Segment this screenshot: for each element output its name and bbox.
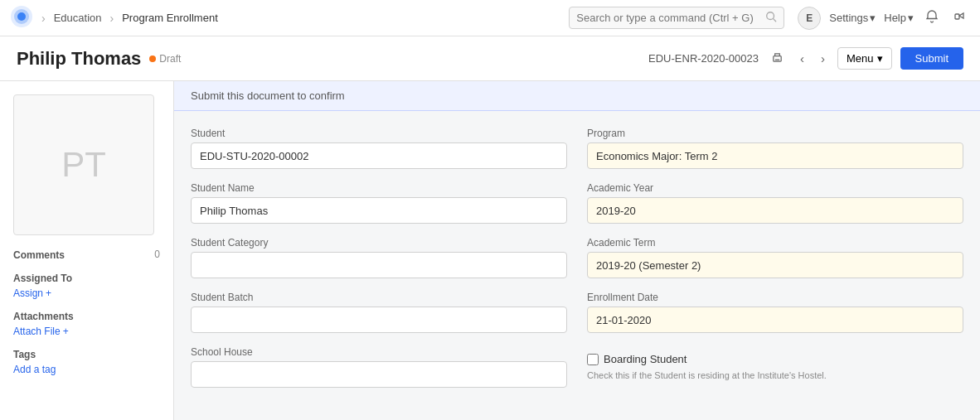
program-input[interactable] bbox=[587, 142, 963, 169]
form-container: Student Program Student Name Academic Ye… bbox=[174, 111, 980, 404]
boarding-student-hint: Check this if the Student is residing at… bbox=[587, 370, 963, 380]
academic-term-field-group: Academic Term bbox=[587, 237, 963, 278]
program-field-group: Program bbox=[587, 128, 963, 169]
enrollment-date-field-group: Enrollment Date bbox=[587, 292, 963, 333]
search-bar[interactable] bbox=[569, 7, 784, 29]
nav-actions: E Settings ▾ Help ▾ bbox=[798, 7, 970, 30]
student-name-label: Student Name bbox=[191, 182, 567, 194]
student-name-field-group: Student Name bbox=[191, 182, 567, 224]
status-label: Draft bbox=[159, 53, 181, 65]
comments-label: Comments bbox=[13, 249, 65, 261]
student-field-group: Student bbox=[191, 128, 567, 169]
boarding-student-checkbox-row: Boarding Student bbox=[587, 353, 963, 365]
avatar-initials: PT bbox=[61, 145, 106, 185]
attach-file-link[interactable]: Attach File + bbox=[13, 326, 160, 337]
assigned-to-section: Assigned To Assign + bbox=[13, 273, 160, 299]
prev-record-icon[interactable]: ‹ bbox=[796, 49, 808, 68]
submit-banner: Submit this document to confirm bbox=[174, 81, 980, 111]
boarding-student-field-group: Boarding Student Check this if the Stude… bbox=[587, 346, 963, 388]
svg-line-4 bbox=[774, 19, 776, 22]
breadcrumb-separator-1: › bbox=[41, 12, 46, 25]
attach-plus-icon: + bbox=[63, 326, 69, 337]
next-record-icon[interactable]: › bbox=[817, 49, 829, 68]
settings-button[interactable]: Settings ▾ bbox=[829, 12, 876, 24]
form-grid: Student Program Student Name Academic Ye… bbox=[191, 128, 963, 388]
status-badge: Draft bbox=[149, 53, 181, 65]
boarding-student-checkbox[interactable] bbox=[587, 354, 599, 365]
header-actions: EDU-ENR-2020-00023 ‹ › Menu ▾ Submit bbox=[648, 47, 963, 70]
school-house-field-group: School House bbox=[191, 346, 567, 388]
assigned-to-label: Assigned To bbox=[13, 273, 160, 284]
settings-chevron-icon: ▾ bbox=[870, 12, 876, 24]
menu-button[interactable]: Menu ▾ bbox=[837, 47, 892, 70]
user-avatar[interactable]: E bbox=[798, 7, 821, 30]
academic-term-input[interactable] bbox=[587, 252, 963, 278]
enrollment-date-label: Enrollment Date bbox=[587, 292, 963, 303]
student-batch-field-group: Student Batch bbox=[191, 292, 567, 333]
school-house-label: School House bbox=[191, 346, 567, 358]
submit-banner-text: Submit this document to confirm bbox=[191, 89, 345, 102]
student-batch-label: Student Batch bbox=[191, 292, 567, 303]
top-navigation: › Education › Program Enrollment E Setti… bbox=[0, 0, 980, 36]
print-icon[interactable] bbox=[767, 49, 788, 69]
academic-year-input[interactable] bbox=[587, 197, 963, 224]
boarding-student-label: Boarding Student bbox=[604, 353, 686, 365]
student-name-input[interactable] bbox=[191, 197, 567, 224]
search-icon bbox=[765, 11, 777, 25]
student-batch-input[interactable] bbox=[191, 307, 567, 333]
sidebar: PT Comments 0 Assigned To Assign + Attac… bbox=[0, 81, 174, 420]
page-header: Philip Thomas Draft EDU-ENR-2020-00023 ‹… bbox=[0, 36, 980, 81]
attachments-section: Attachments Attach File + bbox=[13, 311, 160, 337]
add-tag-link[interactable]: Add a tag bbox=[13, 364, 160, 375]
status-dot bbox=[149, 56, 156, 62]
notifications-icon[interactable] bbox=[922, 7, 942, 30]
student-category-label: Student Category bbox=[191, 237, 567, 249]
breadcrumb-education[interactable]: Education bbox=[54, 12, 102, 24]
comments-count: 0 bbox=[154, 249, 160, 260]
student-label: Student bbox=[191, 128, 567, 139]
academic-year-label: Academic Year bbox=[587, 182, 963, 194]
breadcrumb-separator-2: › bbox=[110, 12, 114, 25]
svg-rect-5 bbox=[955, 14, 959, 19]
document-id: EDU-ENR-2020-00023 bbox=[648, 52, 759, 65]
help-button[interactable]: Help ▾ bbox=[884, 12, 914, 24]
tags-label: Tags bbox=[13, 349, 160, 360]
program-label: Program bbox=[587, 128, 963, 139]
content-area: Submit this document to confirm Student … bbox=[174, 81, 980, 420]
assign-link[interactable]: Assign + bbox=[13, 287, 160, 299]
enrollment-date-input[interactable] bbox=[587, 307, 963, 333]
search-input[interactable] bbox=[576, 12, 760, 24]
student-category-field-group: Student Category bbox=[191, 237, 567, 278]
svg-rect-6 bbox=[774, 56, 781, 61]
announcements-icon[interactable] bbox=[950, 7, 970, 30]
academic-term-label: Academic Term bbox=[587, 237, 963, 249]
avatar: PT bbox=[13, 94, 154, 235]
svg-rect-7 bbox=[775, 59, 780, 60]
menu-chevron-icon: ▾ bbox=[877, 52, 883, 65]
help-chevron-icon: ▾ bbox=[908, 12, 914, 24]
school-house-input[interactable] bbox=[191, 361, 567, 388]
app-logo[interactable] bbox=[10, 5, 33, 31]
student-category-input[interactable] bbox=[191, 252, 567, 278]
page-title: Philip Thomas bbox=[17, 48, 141, 70]
assign-plus-icon: + bbox=[46, 287, 51, 299]
main-layout: PT Comments 0 Assigned To Assign + Attac… bbox=[0, 81, 980, 420]
attachments-label: Attachments bbox=[13, 311, 160, 322]
submit-button[interactable]: Submit bbox=[900, 47, 963, 70]
student-input[interactable] bbox=[191, 142, 567, 169]
academic-year-field-group: Academic Year bbox=[587, 182, 963, 224]
comments-section: Comments 0 bbox=[13, 249, 160, 261]
svg-point-2 bbox=[17, 12, 26, 21]
tags-section: Tags Add a tag bbox=[13, 349, 160, 375]
breadcrumb-program-enrollment[interactable]: Program Enrollment bbox=[122, 12, 218, 24]
